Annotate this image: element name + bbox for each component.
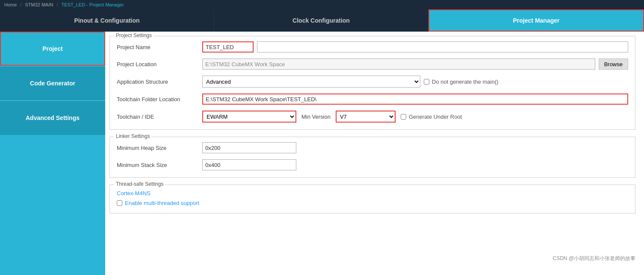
main-layout: Project Code Generator Advanced Settings… (0, 32, 644, 275)
toolchain-folder-control (202, 94, 628, 105)
project-name-extra-input[interactable] (257, 41, 628, 53)
min-heap-row: Minimum Heap Size (117, 142, 628, 153)
do-not-generate-row: Do not generate the main() (424, 79, 498, 85)
generate-under-root-label: Generate Under Root (409, 114, 462, 120)
app-structure-select[interactable]: Advanced (202, 76, 420, 88)
project-settings-label: Project Settings (114, 32, 154, 38)
toolchain-folder-input[interactable] (202, 94, 628, 105)
project-name-control (202, 41, 628, 53)
min-heap-input[interactable] (202, 142, 296, 153)
content-area: Project Settings Project Name Project Lo… (105, 32, 644, 275)
app-structure-control: Advanced Do not generate the main() (202, 76, 628, 88)
project-location-input[interactable] (202, 59, 595, 70)
sidebar-item-code-generator[interactable]: Code Generator (0, 66, 105, 100)
generate-under-root-row: Generate Under Root (401, 114, 462, 120)
toolchain-folder-label: Toolchain Folder Location (117, 96, 202, 102)
toolchain-ide-control: EWARM MDK-ARM STM32CubeIDE Makefile Min … (202, 111, 628, 123)
do-not-generate-label: Do not generate the main() (432, 79, 498, 85)
min-stack-row: Minimum Stack Size (117, 159, 628, 170)
breadcrumb-stm32[interactable]: STM32 MAIN (25, 2, 53, 7)
min-version-select[interactable]: V7 V6 V5 V4 (336, 111, 396, 123)
browse-button[interactable]: Browse (599, 59, 628, 70)
enable-multithread-row: Enable multi-threaded support (117, 200, 628, 206)
enable-multithread-checkbox[interactable] (117, 200, 122, 206)
do-not-generate-checkbox[interactable] (424, 79, 429, 85)
app-structure-row: Application Structure Advanced Do not ge… (117, 76, 628, 88)
breadcrumb-current: TEST_LED - Project Manager (61, 2, 124, 7)
breadcrumb-home[interactable]: Home (4, 2, 17, 7)
toolchain-ide-row: Toolchain / IDE EWARM MDK-ARM STM32CubeI… (117, 111, 628, 123)
breadcrumb-bar: Home / STM32 MAIN / TEST_LED - Project M… (0, 0, 644, 9)
watermark: CSDN @小胡同志和小张老师的故事 (552, 255, 635, 262)
toolchain-folder-row: Toolchain Folder Location (117, 94, 628, 105)
breadcrumb-sep2: / (56, 2, 58, 7)
min-stack-input[interactable] (202, 159, 296, 170)
project-name-row: Project Name (117, 41, 628, 53)
linker-settings-label: Linker Settings (114, 133, 151, 139)
tab-project-manager[interactable]: Project Manager (428, 9, 644, 32)
tab-clock[interactable]: Clock Configuration (214, 9, 428, 32)
top-nav: Pinout & Configuration Clock Configurati… (0, 9, 644, 32)
min-heap-control (202, 142, 628, 153)
linker-settings-section: Linker Settings Minimum Heap Size Minimu… (109, 137, 635, 178)
enable-multithread-label: Enable multi-threaded support (125, 200, 199, 206)
sidebar-item-project[interactable]: Project (0, 32, 105, 66)
sidebar-item-advanced-settings[interactable]: Advanced Settings (0, 101, 105, 135)
sidebar: Project Code Generator Advanced Settings (0, 32, 105, 275)
project-name-input[interactable] (202, 41, 254, 53)
app-structure-label: Application Structure (117, 79, 202, 85)
toolchain-ide-label: Toolchain / IDE (117, 114, 202, 120)
project-settings-section: Project Settings Project Name Project Lo… (109, 36, 635, 130)
thread-safe-label: Thread-safe Settings (114, 181, 165, 187)
cortex-label: Cortex-M4NS (117, 190, 628, 196)
project-name-label: Project Name (117, 44, 202, 50)
toolchain-ide-select[interactable]: EWARM MDK-ARM STM32CubeIDE Makefile (202, 111, 296, 123)
min-stack-control (202, 159, 628, 170)
project-location-label: Project Location (117, 61, 202, 67)
min-heap-label: Minimum Heap Size (117, 145, 202, 151)
min-version-label: Min Version (301, 114, 331, 120)
project-location-control: Browse (202, 59, 628, 70)
breadcrumb-sep1: / (20, 2, 21, 7)
tab-pinout[interactable]: Pinout & Configuration (0, 9, 214, 32)
project-location-row: Project Location Browse (117, 59, 628, 70)
thread-safe-section: Thread-safe Settings Cortex-M4NS Enable … (109, 184, 635, 214)
generate-under-root-checkbox[interactable] (401, 114, 406, 120)
min-stack-label: Minimum Stack Size (117, 162, 202, 168)
